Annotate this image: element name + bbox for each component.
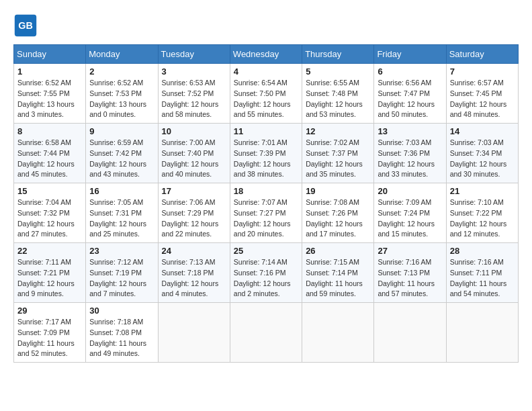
- day-number: 4: [234, 66, 298, 77]
- sunset-label: Sunset: 7:31 PM: [89, 209, 142, 217]
- day-number: 21: [450, 186, 515, 196]
- daylight-label: Daylight: 12 hours and 20 minutes.: [234, 220, 291, 238]
- calendar-cell: [446, 303, 518, 363]
- sunrise-label: Sunrise: 7:00 AM: [162, 138, 216, 146]
- sunrise-label: Sunrise: 6:54 AM: [234, 79, 287, 87]
- day-number: 22: [17, 246, 82, 256]
- day-info: Sunrise: 6:56 AM Sunset: 7:47 PM Dayligh…: [378, 78, 442, 120]
- calendar-week-row: 22 Sunrise: 7:11 AM Sunset: 7:21 PM Dayl…: [14, 243, 519, 303]
- sunrise-label: Sunrise: 7:13 AM: [162, 258, 216, 266]
- day-number: 19: [306, 186, 370, 196]
- sunset-label: Sunset: 7:34 PM: [450, 149, 502, 157]
- calendar-cell: 14 Sunrise: 7:03 AM Sunset: 7:34 PM Dayl…: [446, 124, 518, 183]
- sunset-label: Sunset: 7:42 PM: [89, 149, 142, 157]
- calendar-cell: 3 Sunrise: 6:53 AM Sunset: 7:52 PM Dayli…: [158, 64, 230, 124]
- calendar-cell: 23 Sunrise: 7:12 AM Sunset: 7:19 PM Dayl…: [86, 243, 158, 303]
- sunset-label: Sunset: 7:48 PM: [306, 89, 358, 97]
- sunset-label: Sunset: 7:16 PM: [234, 269, 286, 277]
- day-info: Sunrise: 7:06 AM Sunset: 7:29 PM Dayligh…: [162, 197, 226, 240]
- day-number: 30: [89, 306, 154, 316]
- sunrise-label: Sunrise: 7:05 AM: [89, 198, 143, 206]
- daylight-label: Daylight: 12 hours and 38 minutes.: [234, 160, 291, 179]
- sunrise-label: Sunrise: 6:52 AM: [17, 79, 71, 87]
- sunset-label: Sunset: 7:29 PM: [162, 209, 214, 217]
- calendar-cell: 20 Sunrise: 7:09 AM Sunset: 7:24 PM Dayl…: [374, 183, 446, 243]
- calendar-week-row: 1 Sunrise: 6:52 AM Sunset: 7:55 PM Dayli…: [14, 64, 519, 124]
- sunset-label: Sunset: 7:50 PM: [234, 89, 286, 97]
- calendar-cell: 16 Sunrise: 7:05 AM Sunset: 7:31 PM Dayl…: [86, 183, 158, 243]
- sunrise-label: Sunrise: 7:17 AM: [17, 318, 71, 326]
- daylight-label: Daylight: 12 hours and 4 minutes.: [162, 279, 219, 298]
- calendar-cell: 21 Sunrise: 7:10 AM Sunset: 7:22 PM Dayl…: [446, 183, 518, 243]
- sunrise-label: Sunrise: 7:06 AM: [162, 198, 216, 206]
- day-info: Sunrise: 7:09 AM Sunset: 7:24 PM Dayligh…: [378, 197, 442, 240]
- day-info: Sunrise: 7:01 AM Sunset: 7:39 PM Dayligh…: [234, 138, 298, 180]
- sunset-label: Sunset: 7:52 PM: [162, 89, 214, 97]
- daylight-label: Daylight: 11 hours and 49 minutes.: [89, 339, 146, 358]
- sunset-label: Sunset: 7:47 PM: [378, 89, 430, 97]
- day-number: 26: [306, 246, 370, 256]
- weekday-header: Monday: [86, 45, 158, 64]
- daylight-label: Daylight: 12 hours and 40 minutes.: [162, 160, 219, 179]
- day-info: Sunrise: 7:05 AM Sunset: 7:31 PM Dayligh…: [89, 197, 154, 240]
- sunrise-label: Sunrise: 7:18 AM: [89, 318, 143, 326]
- day-info: Sunrise: 7:00 AM Sunset: 7:40 PM Dayligh…: [162, 138, 226, 180]
- calendar-table: SundayMondayTuesdayWednesdayThursdayFrid…: [13, 44, 519, 363]
- calendar-cell: 8 Sunrise: 6:58 AM Sunset: 7:44 PM Dayli…: [14, 124, 86, 183]
- day-number: 11: [234, 126, 298, 136]
- day-info: Sunrise: 7:15 AM Sunset: 7:14 PM Dayligh…: [306, 257, 370, 300]
- day-info: Sunrise: 6:54 AM Sunset: 7:50 PM Dayligh…: [234, 78, 298, 120]
- day-number: 28: [450, 246, 515, 256]
- daylight-label: Daylight: 13 hours and 0 minutes.: [89, 100, 146, 119]
- sunset-label: Sunset: 7:19 PM: [89, 269, 142, 277]
- sunset-label: Sunset: 7:39 PM: [234, 149, 286, 157]
- calendar-cell: 30 Sunrise: 7:18 AM Sunset: 7:08 PM Dayl…: [86, 303, 158, 363]
- daylight-label: Daylight: 12 hours and 50 minutes.: [378, 100, 435, 119]
- sunrise-label: Sunrise: 7:04 AM: [17, 198, 71, 206]
- sunrise-label: Sunrise: 7:11 AM: [17, 258, 71, 266]
- daylight-label: Daylight: 12 hours and 27 minutes.: [17, 220, 75, 238]
- day-info: Sunrise: 6:52 AM Sunset: 7:53 PM Dayligh…: [89, 78, 154, 120]
- sunset-label: Sunset: 7:26 PM: [306, 209, 358, 217]
- day-info: Sunrise: 7:17 AM Sunset: 7:09 PM Dayligh…: [17, 317, 82, 359]
- day-number: 8: [17, 126, 82, 136]
- day-info: Sunrise: 7:10 AM Sunset: 7:22 PM Dayligh…: [450, 197, 515, 240]
- day-number: 9: [89, 126, 154, 136]
- svg-text:GB: GB: [18, 20, 33, 31]
- calendar-cell: 15 Sunrise: 7:04 AM Sunset: 7:32 PM Dayl…: [14, 183, 86, 243]
- calendar-cell: 22 Sunrise: 7:11 AM Sunset: 7:21 PM Dayl…: [14, 243, 86, 303]
- sunrise-label: Sunrise: 6:59 AM: [89, 138, 143, 146]
- sunset-label: Sunset: 7:53 PM: [89, 89, 142, 97]
- calendar-cell: 4 Sunrise: 6:54 AM Sunset: 7:50 PM Dayli…: [230, 64, 302, 124]
- day-number: 10: [162, 126, 226, 136]
- day-info: Sunrise: 7:11 AM Sunset: 7:21 PM Dayligh…: [17, 257, 82, 300]
- day-info: Sunrise: 7:12 AM Sunset: 7:19 PM Dayligh…: [89, 257, 154, 300]
- sunrise-label: Sunrise: 7:03 AM: [378, 138, 431, 146]
- daylight-label: Daylight: 12 hours and 2 minutes.: [234, 279, 291, 298]
- daylight-label: Daylight: 12 hours and 25 minutes.: [89, 220, 146, 238]
- daylight-label: Daylight: 12 hours and 33 minutes.: [378, 160, 435, 179]
- sunrise-label: Sunrise: 7:14 AM: [234, 258, 287, 266]
- day-info: Sunrise: 7:16 AM Sunset: 7:13 PM Dayligh…: [378, 257, 442, 300]
- calendar-cell: 27 Sunrise: 7:16 AM Sunset: 7:13 PM Dayl…: [374, 243, 446, 303]
- sunrise-label: Sunrise: 7:02 AM: [306, 138, 359, 146]
- day-info: Sunrise: 7:08 AM Sunset: 7:26 PM Dayligh…: [306, 197, 370, 240]
- day-number: 15: [17, 186, 82, 196]
- weekday-header: Sunday: [14, 45, 86, 64]
- sunrise-label: Sunrise: 6:53 AM: [162, 79, 216, 87]
- daylight-label: Daylight: 12 hours and 9 minutes.: [17, 279, 75, 298]
- day-info: Sunrise: 6:52 AM Sunset: 7:55 PM Dayligh…: [17, 78, 82, 120]
- sunset-label: Sunset: 7:36 PM: [378, 149, 430, 157]
- sunrise-label: Sunrise: 6:56 AM: [378, 79, 431, 87]
- calendar-cell: 1 Sunrise: 6:52 AM Sunset: 7:55 PM Dayli…: [14, 64, 86, 124]
- day-number: 6: [378, 66, 442, 77]
- calendar-cell: 13 Sunrise: 7:03 AM Sunset: 7:36 PM Dayl…: [374, 124, 446, 183]
- day-number: 27: [378, 246, 442, 256]
- day-info: Sunrise: 7:03 AM Sunset: 7:36 PM Dayligh…: [378, 138, 442, 180]
- sunrise-label: Sunrise: 6:57 AM: [450, 79, 504, 87]
- calendar-cell: 25 Sunrise: 7:14 AM Sunset: 7:16 PM Dayl…: [230, 243, 302, 303]
- sunrise-label: Sunrise: 6:52 AM: [89, 79, 143, 87]
- calendar-cell: 6 Sunrise: 6:56 AM Sunset: 7:47 PM Dayli…: [374, 64, 446, 124]
- daylight-label: Daylight: 11 hours and 59 minutes.: [306, 279, 363, 298]
- sunset-label: Sunset: 7:32 PM: [17, 209, 70, 217]
